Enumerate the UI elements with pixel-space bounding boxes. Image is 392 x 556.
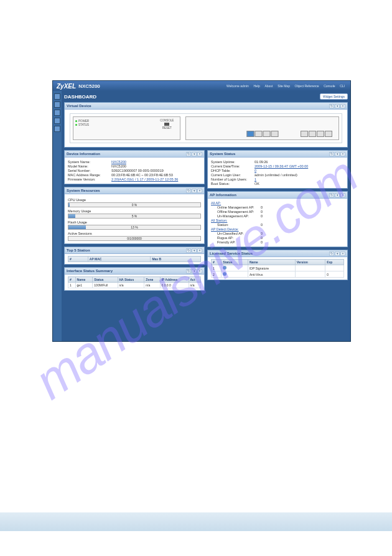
row-value: 0 [261,223,263,227]
col-zone[interactable]: Zone [144,277,160,283]
panel-refresh-icon[interactable]: ↻ [329,152,334,156]
power-led-icon [75,120,77,122]
dhcp-link[interactable]: 0 [254,169,256,172]
left-iconbar [53,91,62,341]
col-num[interactable]: # [68,277,76,283]
panel-collapse-icon[interactable]: ▾ [192,248,197,253]
toplink-sitemap[interactable]: Site Map [278,84,290,88]
row-label: Friendly AP: [217,240,261,244]
console-port-icon [164,123,169,126]
panel-close-icon[interactable]: × [197,248,202,253]
interface-table: #NameStatusHA StatusZoneIP AddressAct 1g… [68,276,201,288]
col-ip[interactable]: IP Address [160,277,189,283]
sfp-port-4[interactable] [325,131,332,137]
row-label: System Uptime: [211,160,254,164]
col-name[interactable]: Name [75,277,93,283]
col-act[interactable]: Act [189,277,201,283]
panel-close-icon[interactable]: × [197,189,202,193]
col-num[interactable]: # [68,257,88,262]
row-label: DHCP Table: [211,169,254,172]
panel-collapse-icon[interactable]: ▾ [192,269,197,273]
toplink-help[interactable]: Help [253,84,259,88]
panel-close-icon[interactable]: × [340,152,345,156]
apdetect-link[interactable]: AP Detect Device: [211,227,239,231]
eth-port-4[interactable] [271,131,278,137]
allap-link[interactable]: All AP: [211,201,221,205]
allstation-link[interactable]: All Station: [211,219,227,222]
row-label: Model Name: [68,164,111,168]
col-status[interactable]: Status [93,277,118,283]
col-apmac[interactable]: AP MAC [88,257,151,262]
panel-collapse-icon[interactable]: ▾ [192,152,197,156]
toplink-console[interactable]: Console [324,84,335,88]
panel-title: Licensed Service Status [210,252,329,255]
status-icon [223,266,226,270]
nav-icon-1[interactable] [54,93,60,100]
toplink-about[interactable]: About [264,84,273,88]
panel-close-icon[interactable]: × [340,252,345,256]
panel-refresh-icon[interactable]: ↻ [186,152,191,156]
row-label: Rogue AP: [217,236,261,240]
toplink-cli[interactable]: CLI [340,84,345,88]
flash-value: 13 % [131,225,138,230]
nav-icon-4[interactable] [54,118,60,124]
flash-bar: 13 % [68,225,201,230]
toplink-objref[interactable]: Object Reference [295,84,319,88]
col-hastatus[interactable]: HA Status [118,277,144,283]
reset-label: RESET [160,126,174,130]
sfp-port-1[interactable] [301,131,308,137]
col-version[interactable]: Version [295,260,325,265]
eth-port-2[interactable] [254,131,262,137]
panel-refresh-icon[interactable]: ↻ [329,104,334,108]
panel-title: Interface Status Summary [67,269,185,273]
row-value: admin (unlimited / unlimited) [254,173,297,177]
panel-close-icon[interactable]: × [340,193,345,197]
table-row[interactable]: 2Anti-Virus0 [212,271,344,278]
mem-label: Memory Usage [68,209,201,213]
col-name[interactable]: Name [248,260,295,265]
row-value: 0 [261,240,263,244]
sess-label: Active Sessions [68,232,201,235]
status-label: STATUS [78,123,89,126]
col-status[interactable]: Status [222,260,248,265]
sfp-port-2[interactable] [309,131,316,137]
panel-collapse-icon[interactable]: ▾ [335,152,340,156]
panel-close-icon[interactable]: × [197,269,202,273]
sfp-port-3[interactable] [317,131,324,137]
panel-refresh-icon[interactable]: ↻ [186,189,191,193]
panel-refresh-icon[interactable]: ↻ [329,252,334,256]
table-row[interactable]: 1ge1100M/Fulln/an/a0.0.0.0n/a [68,283,201,288]
row-value: OK [254,182,259,186]
row-label: Serial Number: [68,169,111,172]
panel-collapse-icon[interactable]: ▾ [335,104,340,108]
datetime-link[interactable]: 2009-12-15 / 09:36:47 GMT +00:00 [254,164,308,168]
row-value: 0 [261,205,263,209]
nav-icon-2[interactable] [54,101,60,108]
panel-close-icon[interactable]: × [197,152,202,156]
panel-close-icon[interactable]: × [340,104,345,108]
panel-collapse-icon[interactable]: ▾ [335,252,340,256]
col-num[interactable]: # [212,260,222,265]
nav-icon-5[interactable] [54,126,60,132]
col-maxb[interactable]: Max B [151,257,201,262]
row-label: Firmware Version: [68,177,111,181]
firmware-link[interactable]: 2.20(AAC.0)b1 / 1.17 / 2009-11-27 12:05:… [111,177,178,181]
nav-icon-3[interactable] [54,110,60,116]
eth-port-1[interactable] [246,131,254,137]
row-label: Current Date/Time: [211,164,254,168]
system-name-link[interactable]: NXC5200 [111,160,126,164]
loginusers-link[interactable]: 1 [254,177,256,181]
page-title: DASHBOARD [64,94,96,100]
panel-collapse-icon[interactable]: ▾ [335,193,340,197]
table-row[interactable]: 1IDP Signature [212,265,344,271]
panel-system-resources: System Resources↻▾× CPU Usage 0 % Memory… [64,187,205,244]
row-value: 0 [261,236,263,240]
panel-refresh-icon[interactable]: ↻ [329,193,334,197]
eth-port-3[interactable] [263,131,270,137]
panel-refresh-icon[interactable]: ↻ [186,269,191,273]
model-label: NXC5200 [78,83,100,89]
panel-refresh-icon[interactable]: ↻ [186,248,191,253]
widget-settings-button[interactable]: Widget Settings [320,93,348,100]
panel-collapse-icon[interactable]: ▾ [192,189,197,193]
col-exp[interactable]: Exp [325,260,344,265]
